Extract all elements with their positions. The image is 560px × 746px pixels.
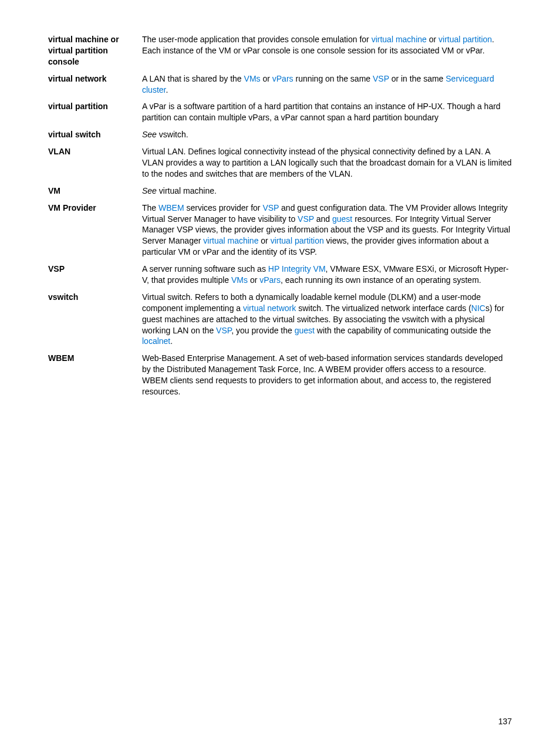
glossary-text: . xyxy=(170,336,173,346)
glossary-link[interactable]: HP Integrity VM xyxy=(268,264,326,274)
glossary-text: A vPar is a software partition of a hard… xyxy=(142,102,501,122)
glossary-text: with the capability of communicating out… xyxy=(315,326,491,335)
glossary-see: See xyxy=(142,186,157,195)
glossary-text: or xyxy=(248,275,259,285)
glossary-link[interactable]: vPars xyxy=(259,275,281,285)
glossary-link[interactable]: VSP xyxy=(216,326,231,335)
glossary-see: See xyxy=(142,130,157,139)
glossary-text: The xyxy=(142,203,158,212)
glossary-link[interactable]: VSP xyxy=(262,203,279,212)
glossary-entry: virtual partitionA vPar is a software pa… xyxy=(48,100,512,128)
glossary-entry: WBEMWeb-Based Enterprise Management. A s… xyxy=(48,352,512,402)
glossary-definition: Virtual LAN. Defines logical connectivit… xyxy=(142,145,512,184)
glossary-definition: Virtual switch. Refers to both a dynamic… xyxy=(142,291,512,352)
glossary-term: virtual switch xyxy=(48,128,142,145)
glossary-term: VM xyxy=(48,184,142,201)
glossary-link[interactable]: NIC xyxy=(471,303,485,313)
document-page: virtual machine or virtual partition con… xyxy=(0,0,560,746)
glossary-text: virtual machine. xyxy=(157,186,217,195)
glossary-text: , each running its own instance of an op… xyxy=(281,275,481,285)
glossary-entry: virtual machine or virtual partition con… xyxy=(48,33,512,72)
glossary-text: and xyxy=(314,214,332,224)
glossary-text: running on the same xyxy=(294,74,373,83)
glossary-entry: virtual switchSee vswitch. xyxy=(48,128,512,145)
glossary-text: A server running software such as xyxy=(142,264,268,274)
glossary-link[interactable]: localnet xyxy=(142,336,170,346)
glossary-entry: VSPA server running software such as HP … xyxy=(48,262,512,291)
glossary-entry: VMSee virtual machine. xyxy=(48,184,512,201)
glossary-text: vswitch. xyxy=(157,130,188,139)
glossary-definition: A server running software such as HP Int… xyxy=(142,262,512,291)
glossary-link[interactable]: virtual machine xyxy=(372,35,427,44)
glossary-link[interactable]: virtual partition xyxy=(438,35,492,44)
glossary-link[interactable]: VMs xyxy=(231,275,248,285)
glossary-link[interactable]: VMs xyxy=(244,74,261,83)
glossary-definition: See vswitch. xyxy=(142,128,512,145)
glossary-entry: VLANVirtual LAN. Defines logical connect… xyxy=(48,145,512,184)
glossary-text: Virtual LAN. Defines logical connectivit… xyxy=(142,147,512,178)
glossary-text: A LAN that is shared by the xyxy=(142,74,244,83)
glossary-definition: Web-Based Enterprise Management. A set o… xyxy=(142,352,512,402)
glossary-text: The user-mode application that provides … xyxy=(142,35,372,44)
glossary-link[interactable]: virtual machine xyxy=(203,236,261,245)
glossary-list: virtual machine or virtual partition con… xyxy=(48,33,512,402)
glossary-definition: See virtual machine. xyxy=(142,184,512,201)
glossary-term: VLAN xyxy=(48,145,142,184)
glossary-link[interactable]: guest xyxy=(295,326,315,335)
glossary-text: or xyxy=(261,236,270,245)
glossary-term: vswitch xyxy=(48,291,142,352)
glossary-link[interactable]: guest xyxy=(332,214,352,224)
glossary-text: Web-Based Enterprise Management. A set o… xyxy=(142,353,503,396)
glossary-definition: The user-mode application that provides … xyxy=(142,33,512,72)
glossary-definition: A vPar is a software partition of a hard… xyxy=(142,100,512,128)
glossary-entry: virtual networkA LAN that is shared by t… xyxy=(48,72,512,100)
glossary-definition: The WBEM services provider for VSP and g… xyxy=(142,201,512,262)
glossary-term: virtual partition xyxy=(48,100,142,128)
glossary-link[interactable]: WBEM xyxy=(158,203,184,212)
glossary-text: or in the same xyxy=(389,74,446,83)
glossary-definition: A LAN that is shared by the VMs or vPars… xyxy=(142,72,512,100)
glossary-entry: vswitchVirtual switch. Refers to both a … xyxy=(48,291,512,352)
glossary-term: virtual machine or virtual partition con… xyxy=(48,33,142,72)
glossary-link[interactable]: VSP xyxy=(298,214,314,224)
glossary-text: switch. The virtualized network interfac… xyxy=(296,303,471,313)
glossary-link[interactable]: virtual partition xyxy=(271,236,324,245)
glossary-text: or xyxy=(261,74,272,83)
glossary-term: VSP xyxy=(48,262,142,291)
glossary-text: or xyxy=(427,35,438,44)
glossary-text: services provider for xyxy=(184,203,263,212)
glossary-term: VM Provider xyxy=(48,201,142,262)
glossary-link[interactable]: virtual network xyxy=(243,303,296,313)
page-number: 137 xyxy=(498,717,512,726)
glossary-term: virtual network xyxy=(48,72,142,100)
glossary-entry: VM ProviderThe WBEM services provider fo… xyxy=(48,201,512,262)
glossary-text: , you provide the xyxy=(231,326,294,335)
glossary-term: WBEM xyxy=(48,352,142,402)
glossary-link[interactable]: VSP xyxy=(373,74,389,83)
glossary-link[interactable]: vPars xyxy=(272,74,294,83)
glossary-text: . xyxy=(166,85,168,94)
